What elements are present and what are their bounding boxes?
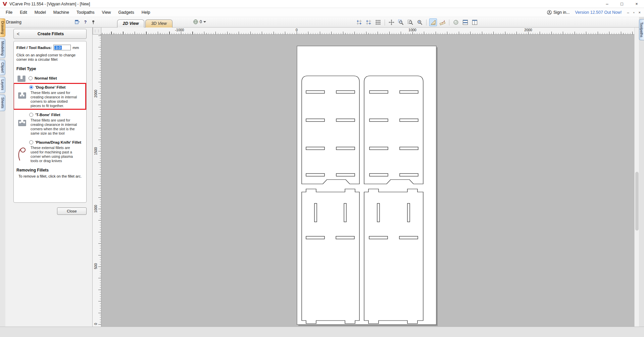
option-t-bone-fillet[interactable]: 'T-Bone' Fillet These fillets are used f…: [16, 113, 84, 136]
mdi-minimize-button[interactable]: –: [627, 10, 629, 14]
menu-gadgets[interactable]: Gadgets: [114, 8, 138, 17]
ruler-label: 0: [94, 323, 98, 325]
snap-to-grid-icon[interactable]: [365, 18, 373, 26]
tab-3d-view[interactable]: 3D View: [145, 19, 172, 28]
option-plasma-fillet[interactable]: 'Plasma/Drag Knife' Fillet These externa…: [16, 140, 84, 163]
sheet-value: 0: [200, 19, 202, 24]
scrollbar-thumb[interactable]: [635, 172, 639, 231]
sign-in-button[interactable]: Sign in...: [547, 10, 570, 15]
t-bone-fillet-label: 'T-Bone' Fillet: [35, 113, 60, 117]
ruler-label: 2000: [94, 90, 98, 97]
t-bone-fillet-description: These fillets are used for creating clea…: [31, 118, 78, 136]
shaded-background-icon[interactable]: [452, 18, 460, 26]
plasma-fillet-description: These external fillets are used for mach…: [31, 146, 78, 163]
fillet-panel-body: Fillet / Tool Radius: 3.0 mm Click on an…: [13, 41, 87, 203]
tab-2d-view[interactable]: 2D View: [117, 19, 144, 28]
tile-windows-horizontal-icon[interactable]: [461, 18, 469, 26]
zoom-to-selection-icon[interactable]: [416, 18, 424, 26]
close-panel-button[interactable]: Close: [57, 207, 87, 215]
menu-edit[interactable]: Edit: [16, 8, 31, 17]
right-tab-strip: Toolpaths: [639, 17, 644, 327]
normal-fillet-radio[interactable]: [29, 76, 33, 80]
ruler-label: 1000: [94, 205, 98, 212]
menu-file[interactable]: File: [2, 8, 16, 17]
option-dog-bone-fillet[interactable]: 'Dog-Bone' Fillet These fillets are used…: [16, 85, 84, 108]
sheet-selector[interactable]: 0: [193, 19, 206, 25]
ruler-label: 1000: [408, 28, 416, 32]
vertical-ruler: 2000 1500 1000 500 0: [93, 35, 101, 327]
menubar: File Edit Model Machine Toolpaths View G…: [0, 8, 644, 17]
menu-toolpaths[interactable]: Toolpaths: [73, 8, 98, 17]
ruler-label: -1000: [175, 28, 184, 32]
sign-in-label: Sign in...: [553, 10, 570, 15]
plasma-fillet-radio[interactable]: [29, 140, 33, 144]
toggle-grid-icon[interactable]: [374, 18, 382, 26]
app-logo-icon: [2, 1, 7, 6]
radius-input[interactable]: 3.0: [53, 45, 71, 50]
help-icon[interactable]: ?: [83, 19, 88, 25]
fillet-hint: Click on an angled corner to change corn…: [16, 53, 77, 62]
status-strip: [0, 327, 644, 337]
ruler-label: 500: [94, 263, 98, 269]
sidebar-tab-drawing[interactable]: Drawing: [0, 18, 5, 37]
vcarve-window: VCarve Pro 11.554 - [Vigyan Ashram] - [N…: [0, 0, 644, 337]
dog-bone-fillet-radio[interactable]: [29, 85, 33, 89]
menu-model[interactable]: Model: [31, 8, 50, 17]
dog-bone-fillet-icon: [16, 91, 28, 108]
measure-icon[interactable]: [439, 18, 446, 26]
left-tab-strip: Drawing Modeling Clipart Layers Sheets: [0, 18, 5, 327]
mdi-restore-button[interactable]: ▫: [633, 10, 635, 14]
toolbar-separator: [426, 19, 427, 26]
sidebar-tab-sheets[interactable]: Sheets: [0, 95, 5, 111]
menu-help[interactable]: Help: [138, 8, 154, 17]
panel-title: Create Fillets: [22, 32, 86, 36]
radius-label: Fillet / Tool Radius:: [16, 46, 52, 50]
removing-fillets-heading: Removing Fillets: [16, 168, 84, 173]
normal-fillet-icon: [16, 74, 27, 82]
zoom-to-drawing-icon[interactable]: [406, 18, 414, 26]
t-bone-fillet-radio[interactable]: [29, 113, 33, 117]
zoom-box-icon[interactable]: [397, 18, 405, 26]
material-sheet: [297, 46, 436, 325]
menu-view[interactable]: View: [98, 8, 115, 17]
pin-icon[interactable]: [91, 19, 96, 25]
back-button[interactable]: <: [14, 29, 22, 39]
drawing-panel: < Create Fillets Fillet / Tool Radius: 3…: [5, 28, 93, 327]
sidebar-tab-clipart[interactable]: Clipart: [0, 60, 5, 75]
toggle-guides-icon[interactable]: [429, 18, 437, 26]
ruler-corner: ⋮⋮: [93, 28, 101, 35]
toolbar: Drawing ? 2D View 3D View 0: [0, 17, 644, 28]
close-button[interactable]: ×: [629, 0, 644, 8]
sidebar-tab-layers[interactable]: Layers: [0, 77, 5, 93]
version-link[interactable]: Version 12.507 Out Now!: [575, 10, 622, 15]
tile-windows-vertical-icon[interactable]: [471, 18, 479, 26]
horizontal-ruler: -1000 0 1000 2000: [101, 28, 634, 35]
radius-value: 3.0: [54, 46, 62, 50]
snap-to-geometry-icon[interactable]: [355, 18, 363, 26]
minimize-button[interactable]: –: [600, 0, 614, 8]
globe-icon: [193, 19, 198, 25]
titlebar: VCarve Pro 11.554 - [Vigyan Ashram] - [N…: [0, 0, 644, 8]
plasma-fillet-label: 'Plasma/Drag Knife' Fillet: [35, 140, 81, 144]
dock-panel-icon[interactable]: [75, 19, 80, 25]
move-view-icon[interactable]: [388, 18, 395, 26]
ruler-label: 1500: [94, 147, 98, 155]
menu-machine[interactable]: Machine: [50, 8, 73, 17]
chevron-down-icon: [203, 21, 206, 23]
normal-fillet-label: Normal fillet: [35, 76, 57, 80]
drawing-panel-label: Drawing: [6, 20, 21, 25]
drawing-canvas[interactable]: [101, 35, 634, 327]
ruler-label: 0: [296, 28, 298, 32]
sidebar-tab-toolpaths[interactable]: Toolpaths: [639, 19, 644, 40]
toolbar-separator: [449, 19, 449, 26]
maximize-button[interactable]: □: [614, 0, 629, 8]
radius-unit: mm: [72, 46, 79, 50]
removing-fillets-hint: To remove a fillet, click on the fillet …: [16, 174, 84, 178]
user-icon: [547, 10, 552, 15]
option-normal-fillet[interactable]: Normal fillet: [16, 74, 84, 82]
sidebar-tab-modeling[interactable]: Modeling: [0, 39, 5, 58]
vertical-scrollbar[interactable]: [634, 28, 639, 327]
dog-bone-fillet-label: 'Dog-Bone' Fillet: [35, 85, 65, 89]
ruler-label: 2000: [524, 28, 532, 32]
mdi-close-button[interactable]: ×: [639, 10, 641, 14]
